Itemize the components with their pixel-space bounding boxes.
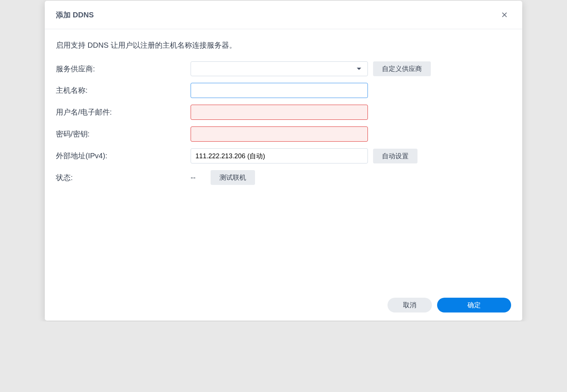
- dialog-footer: 取消 确定: [45, 295, 522, 321]
- password-label: 密码/密钥:: [56, 129, 185, 139]
- dialog-body: 启用支持 DDNS 让用户以注册的主机名称连接服务器。 服务供应商: 自定义供应…: [45, 29, 522, 295]
- password-input[interactable]: [191, 126, 368, 142]
- password-row: 密码/密钥:: [56, 126, 511, 142]
- hostname-input[interactable]: [191, 83, 368, 98]
- cancel-button[interactable]: 取消: [387, 298, 432, 312]
- hostname-label: 主机名称:: [56, 85, 185, 95]
- username-input[interactable]: [191, 105, 368, 120]
- external-ip-input[interactable]: [191, 148, 368, 163]
- provider-select[interactable]: [191, 61, 368, 76]
- username-row: 用户名/电子邮件:: [56, 105, 511, 120]
- close-button[interactable]: [498, 8, 511, 21]
- auto-set-button[interactable]: 自动设置: [373, 149, 417, 163]
- status-row: 状态: -- 测试联机: [56, 170, 511, 185]
- provider-label: 服务供应商:: [56, 64, 185, 74]
- add-ddns-dialog: 添加 DDNS 启用支持 DDNS 让用户以注册的主机名称连接服务器。 服务供应…: [45, 1, 522, 321]
- provider-row: 服务供应商: 自定义供应商: [56, 61, 511, 76]
- dialog-title: 添加 DDNS: [56, 10, 94, 20]
- close-icon: [501, 11, 508, 18]
- provider-select-wrapper: [191, 61, 368, 76]
- dialog-description: 启用支持 DDNS 让用户以注册的主机名称连接服务器。: [56, 40, 511, 50]
- status-label: 状态:: [56, 173, 185, 183]
- external-ip-row: 外部地址(IPv4): 自动设置: [56, 148, 511, 163]
- dialog-header: 添加 DDNS: [45, 1, 522, 29]
- username-label: 用户名/电子邮件:: [56, 107, 185, 117]
- custom-provider-button[interactable]: 自定义供应商: [373, 61, 431, 76]
- external-ip-label: 外部地址(IPv4):: [56, 151, 185, 161]
- hostname-row: 主机名称:: [56, 83, 511, 98]
- test-connection-button[interactable]: 测试联机: [211, 170, 255, 185]
- status-value: --: [191, 173, 205, 182]
- ok-button[interactable]: 确定: [437, 298, 511, 312]
